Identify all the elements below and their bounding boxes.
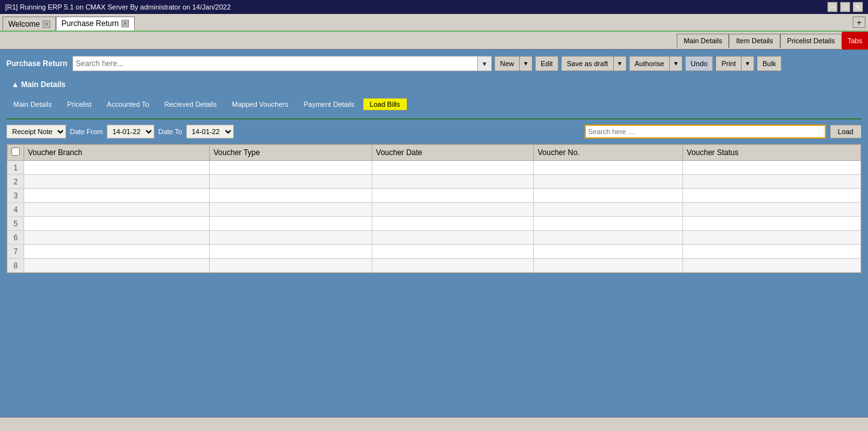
sub-tab-divider xyxy=(6,118,862,120)
cell-type xyxy=(210,175,372,189)
cell-no xyxy=(534,189,683,203)
tab-welcome[interactable]: Welcome ✕ xyxy=(3,17,56,31)
table-row: 1 xyxy=(8,161,861,175)
row-number: 1 xyxy=(8,161,24,175)
filter-search-input[interactable] xyxy=(585,125,826,139)
save-draft-button-group: Save as draft ▼ xyxy=(561,56,627,71)
authorise-button[interactable]: Authorise xyxy=(629,56,669,71)
new-dropdown-arrow[interactable]: ▼ xyxy=(519,56,532,71)
cell-branch xyxy=(24,189,210,203)
cell-type xyxy=(210,231,372,245)
table-row: 2 xyxy=(8,175,861,189)
edit-button[interactable]: Edit xyxy=(535,56,559,71)
table-body: 1 2 3 4 5 6 xyxy=(8,161,861,273)
main-search-input[interactable] xyxy=(72,56,478,71)
cell-branch xyxy=(24,245,210,259)
tab-add-button[interactable]: + xyxy=(853,17,865,28)
bulk-button[interactable]: Bulk xyxy=(757,56,782,71)
cell-no xyxy=(534,203,683,217)
cell-date xyxy=(372,217,533,231)
voucher-type-select[interactable]: Receipt Note xyxy=(6,125,66,139)
cell-no xyxy=(534,175,683,189)
cell-branch xyxy=(24,203,210,217)
cell-branch xyxy=(24,217,210,231)
section-header: ▲ Main Details xyxy=(6,78,862,92)
tab-tabs-btn[interactable]: Tabs xyxy=(842,32,868,50)
select-all-checkbox[interactable] xyxy=(11,147,20,156)
cell-no xyxy=(534,231,683,245)
cell-type xyxy=(210,245,372,259)
cell-type xyxy=(210,189,372,203)
purchase-return-label: Purchase Return xyxy=(6,59,67,68)
sub-tab-payment-details[interactable]: Payment Details xyxy=(297,98,362,111)
tab-purchase-return-close[interactable]: ✕ xyxy=(121,20,129,27)
filter-row: Receipt Note Date From 14-01-22 Date To … xyxy=(6,125,862,139)
col-status: Voucher Status xyxy=(682,145,860,161)
new-button-group: New ▼ xyxy=(494,56,532,71)
cell-no xyxy=(534,245,683,259)
title-bar: [R1] Running ERP 5.1 on CMAX Server By a… xyxy=(0,0,868,14)
tab-purchase-return-label: Purchase Return xyxy=(62,19,119,28)
cell-no xyxy=(534,217,683,231)
cell-type xyxy=(210,161,372,175)
cell-status xyxy=(682,217,860,231)
sub-tab-load-bills[interactable]: Load Bills xyxy=(363,98,407,111)
date-to-label: Date To xyxy=(158,128,182,135)
table-header-row: Voucher Branch Voucher Type Voucher Date… xyxy=(8,145,861,161)
cell-no xyxy=(534,161,683,175)
row-number: 6 xyxy=(8,231,24,245)
tab-welcome-close[interactable]: ✕ xyxy=(43,20,50,28)
table-row: 4 xyxy=(8,203,861,217)
save-draft-button[interactable]: Save as draft xyxy=(561,56,613,71)
sub-tabs: Main Details Pricelist Accounted To Reci… xyxy=(6,95,862,113)
close-button[interactable]: ✕ xyxy=(853,2,863,12)
row-number: 3 xyxy=(8,189,24,203)
authorise-dropdown-arrow[interactable]: ▼ xyxy=(669,56,682,71)
date-from-input[interactable]: 14-01-22 xyxy=(107,125,154,139)
new-button[interactable]: New xyxy=(494,56,519,71)
search-dropdown-btn[interactable]: ▼ xyxy=(478,56,492,71)
row-number: 4 xyxy=(8,203,24,217)
sub-tab-main-details[interactable]: Main Details xyxy=(6,98,59,111)
cell-branch xyxy=(24,161,210,175)
col-branch: Voucher Branch xyxy=(24,145,210,161)
cell-status xyxy=(682,189,860,203)
cell-status xyxy=(682,203,860,217)
date-to-input[interactable]: 14-01-22 xyxy=(186,125,234,139)
voucher-table: Voucher Branch Voucher Type Voucher Date… xyxy=(7,144,861,273)
sub-tab-accounted-to[interactable]: Accounted To xyxy=(100,98,156,111)
toolbar-row: Purchase Return ▼ New ▼ Edit Save as dra… xyxy=(6,56,862,71)
tab-pricelist-details-btn[interactable]: Pricelist Details xyxy=(780,34,842,48)
col-checkbox xyxy=(8,145,24,161)
restore-button[interactable]: □ xyxy=(840,2,850,12)
cell-type xyxy=(210,259,372,273)
undo-button[interactable]: Undo xyxy=(685,56,713,71)
cell-date xyxy=(372,175,533,189)
cell-date xyxy=(372,259,533,273)
sub-tab-pricelist[interactable]: Pricelist xyxy=(60,98,99,111)
bottom-bar xyxy=(0,417,868,431)
print-button[interactable]: Print xyxy=(715,56,741,71)
authorise-button-group: Authorise ▼ xyxy=(629,56,682,71)
table-row: 5 xyxy=(8,217,861,231)
print-dropdown-arrow[interactable]: ▼ xyxy=(741,56,754,71)
row-number: 2 xyxy=(8,175,24,189)
sub-tab-mapped-vouchers[interactable]: Mapped Vouchers xyxy=(225,98,295,111)
cell-date xyxy=(372,231,533,245)
tab-purchase-return[interactable]: Purchase Return ✕ xyxy=(56,17,135,31)
sub-tab-recieved-details[interactable]: Recieved Details xyxy=(158,98,224,111)
cell-date xyxy=(372,203,533,217)
tab-welcome-label: Welcome xyxy=(8,20,40,29)
load-button[interactable]: Load xyxy=(830,125,862,139)
table-row: 6 xyxy=(8,231,861,245)
secondary-toolbar: Main Details Item Details Pricelist Deta… xyxy=(0,32,868,50)
cell-status xyxy=(682,259,860,273)
col-type: Voucher Type xyxy=(210,145,372,161)
table-row: 7 xyxy=(8,245,861,259)
tab-item-details-btn[interactable]: Item Details xyxy=(729,34,780,48)
minimize-button[interactable]: ─ xyxy=(827,2,837,12)
tab-main-details-btn[interactable]: Main Details xyxy=(677,34,729,48)
cell-branch xyxy=(24,231,210,245)
search-wrapper: ▼ xyxy=(72,56,492,71)
save-draft-dropdown-arrow[interactable]: ▼ xyxy=(613,56,627,71)
